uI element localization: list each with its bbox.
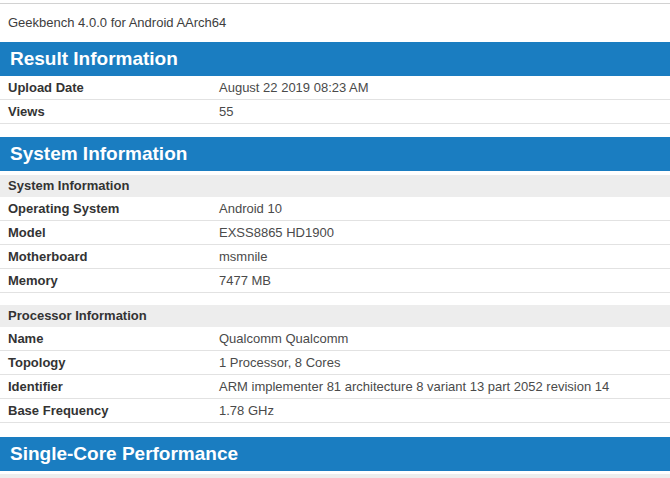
table-row-views: Views 55 (0, 100, 670, 124)
system-information-group: System Information Operating System Andr… (0, 175, 670, 293)
single-core-performance-header: Single-Core Performance (0, 437, 670, 471)
row-label: Motherboard (0, 245, 211, 269)
table-row-identifier: Identifier ARM implementer 81 architectu… (0, 375, 670, 399)
section-single-core-performance: Single-Core Performance (0, 437, 670, 478)
table-row-base-frequency: Base Frequency 1.78 GHz (0, 399, 670, 423)
row-value: 1 Processor, 8 Cores (211, 351, 670, 375)
row-label: Identifier (0, 375, 211, 399)
subsection-header-system-information: System Information (0, 175, 670, 197)
row-value: Qualcomm Qualcomm (211, 327, 670, 351)
result-information-table: Upload Date August 22 2019 08:23 AM View… (0, 76, 670, 124)
table-row-name: Name Qualcomm Qualcomm (0, 327, 670, 351)
row-value: 55 (211, 100, 670, 124)
row-label: Topology (0, 351, 211, 375)
row-value: 1.78 GHz (211, 399, 670, 423)
table-row-topology: Topology 1 Processor, 8 Cores (0, 351, 670, 375)
system-information-table: Operating System Android 10 Model EXSS88… (0, 197, 670, 293)
row-value: August 22 2019 08:23 AM (211, 76, 670, 100)
row-label: Views (0, 100, 211, 124)
row-value: EXSS8865 HD1900 (211, 221, 670, 245)
row-value: ARM implementer 81 architecture 8 varian… (211, 375, 670, 399)
section-result-information: Result Information Upload Date August 22… (0, 42, 670, 124)
row-value: Android 10 (211, 197, 670, 221)
table-row-model: Model EXSS8865 HD1900 (0, 221, 670, 245)
row-label: Upload Date (0, 76, 211, 100)
benchmark-version-caption: Geekbench 4.0.0 for Android AArch64 (0, 4, 670, 42)
table-row-operating-system: Operating System Android 10 (0, 197, 670, 221)
row-value: msmnile (211, 245, 670, 269)
processor-information-table: Name Qualcomm Qualcomm Topology 1 Proces… (0, 327, 670, 423)
processor-information-group: Processor Information Name Qualcomm Qual… (0, 305, 670, 423)
row-label: Memory (0, 269, 211, 293)
row-value: 7477 MB (211, 269, 670, 293)
row-label: Model (0, 221, 211, 245)
geekbench-result-page: Geekbench 4.0.0 for Android AArch64 Resu… (0, 0, 670, 478)
row-label: Name (0, 327, 211, 351)
result-information-header: Result Information (0, 42, 670, 76)
table-row-upload-date: Upload Date August 22 2019 08:23 AM (0, 76, 670, 100)
row-label: Base Frequency (0, 399, 211, 423)
section-system-information: System Information System Information Op… (0, 137, 670, 423)
table-row-memory: Memory 7477 MB (0, 269, 670, 293)
system-information-header: System Information (0, 137, 670, 171)
row-label: Operating System (0, 197, 211, 221)
table-row-motherboard: Motherboard msmnile (0, 245, 670, 269)
subsection-header-processor-information: Processor Information (0, 305, 670, 327)
single-core-subsection-sliver (0, 474, 670, 478)
